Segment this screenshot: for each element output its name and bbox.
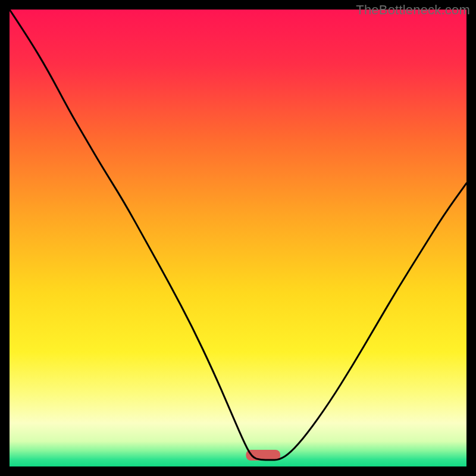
curve-layer bbox=[10, 10, 466, 466]
plot-area bbox=[10, 10, 466, 466]
chart-frame: TheBottleneck.com bbox=[0, 0, 476, 476]
